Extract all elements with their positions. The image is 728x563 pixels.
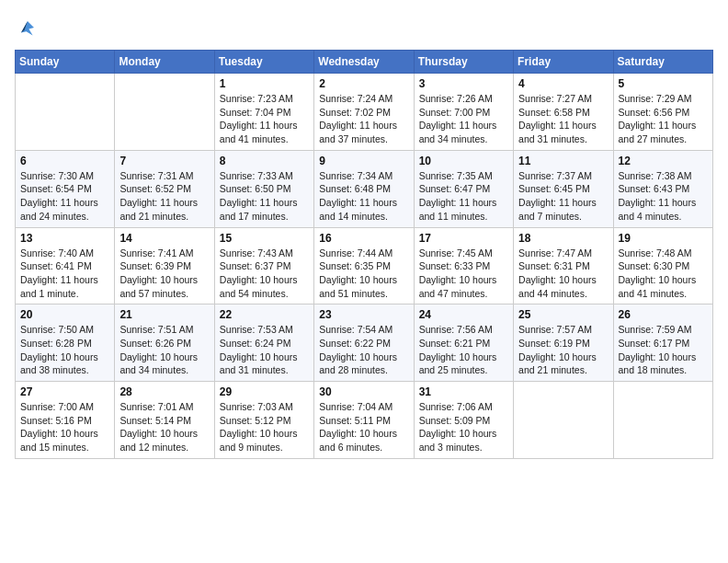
day-info: Sunrise: 7:01 AM Sunset: 5:14 PM Dayligh… [119, 400, 209, 454]
logo [15, 15, 44, 40]
calendar-week-4: 20Sunrise: 7:50 AM Sunset: 6:28 PM Dayli… [16, 304, 713, 382]
day-number: 7 [119, 155, 209, 167]
day-info: Sunrise: 7:33 AM Sunset: 6:50 PM Dayligh… [220, 169, 309, 224]
day-info: Sunrise: 7:54 AM Sunset: 6:22 PM Dayligh… [319, 323, 408, 377]
day-number: 9 [319, 155, 408, 167]
day-info: Sunrise: 7:50 AM Sunset: 6:28 PM Dayligh… [20, 323, 109, 377]
weekday-header-friday: Friday [514, 51, 613, 74]
day-info: Sunrise: 7:38 AM Sunset: 6:43 PM Dayligh… [619, 169, 708, 224]
calendar-cell: 13Sunrise: 7:40 AM Sunset: 6:41 PM Dayli… [16, 227, 115, 304]
calendar-cell: 22Sunrise: 7:53 AM Sunset: 6:24 PM Dayli… [214, 304, 313, 382]
day-info: Sunrise: 7:04 AM Sunset: 5:11 PM Dayligh… [319, 400, 408, 454]
day-number: 30 [319, 385, 408, 398]
day-info: Sunrise: 7:57 AM Sunset: 6:19 PM Dayligh… [518, 323, 608, 377]
calendar-cell: 20Sunrise: 7:50 AM Sunset: 6:28 PM Dayli… [16, 304, 115, 382]
svg-marker-0 [21, 21, 34, 35]
logo-icon [15, 15, 40, 40]
day-number: 15 [220, 232, 309, 245]
day-number: 4 [518, 77, 608, 90]
calendar-cell: 9Sunrise: 7:34 AM Sunset: 6:48 PM Daylig… [314, 150, 414, 227]
day-info: Sunrise: 7:48 AM Sunset: 6:30 PM Dayligh… [619, 247, 708, 301]
day-info: Sunrise: 7:51 AM Sunset: 6:26 PM Dayligh… [119, 323, 209, 377]
day-number: 31 [419, 385, 508, 398]
calendar-week-1: 1Sunrise: 7:23 AM Sunset: 7:04 PM Daylig… [16, 74, 713, 151]
day-info: Sunrise: 7:26 AM Sunset: 7:00 PM Dayligh… [419, 92, 508, 146]
day-number: 22 [220, 308, 309, 321]
weekday-header-tuesday: Tuesday [214, 51, 313, 74]
calendar-cell: 15Sunrise: 7:43 AM Sunset: 6:37 PM Dayli… [214, 227, 313, 304]
calendar-cell: 30Sunrise: 7:04 AM Sunset: 5:11 PM Dayli… [314, 382, 414, 459]
day-info: Sunrise: 7:27 AM Sunset: 6:58 PM Dayligh… [518, 92, 608, 146]
calendar-week-5: 27Sunrise: 7:00 AM Sunset: 5:16 PM Dayli… [16, 382, 713, 459]
calendar-cell [514, 382, 613, 459]
calendar-cell: 7Sunrise: 7:31 AM Sunset: 6:52 PM Daylig… [115, 150, 214, 227]
calendar-header: SundayMondayTuesdayWednesdayThursdayFrid… [16, 51, 713, 74]
calendar-table: SundayMondayTuesdayWednesdayThursdayFrid… [15, 50, 713, 459]
calendar-cell: 8Sunrise: 7:33 AM Sunset: 6:50 PM Daylig… [214, 150, 313, 227]
day-info: Sunrise: 7:03 AM Sunset: 5:12 PM Dayligh… [220, 400, 309, 454]
day-info: Sunrise: 7:47 AM Sunset: 6:31 PM Dayligh… [518, 247, 608, 301]
day-number: 6 [20, 155, 109, 167]
day-info: Sunrise: 7:45 AM Sunset: 6:33 PM Dayligh… [419, 247, 508, 301]
day-number: 8 [220, 155, 309, 167]
calendar-cell: 25Sunrise: 7:57 AM Sunset: 6:19 PM Dayli… [514, 304, 613, 382]
calendar-cell: 31Sunrise: 7:06 AM Sunset: 5:09 PM Dayli… [414, 382, 513, 459]
day-info: Sunrise: 7:40 AM Sunset: 6:41 PM Dayligh… [20, 247, 109, 301]
calendar-cell: 14Sunrise: 7:41 AM Sunset: 6:39 PM Dayli… [115, 227, 214, 304]
calendar-cell [16, 74, 115, 151]
calendar-week-2: 6Sunrise: 7:30 AM Sunset: 6:54 PM Daylig… [16, 150, 713, 227]
calendar-cell: 5Sunrise: 7:29 AM Sunset: 6:56 PM Daylig… [613, 74, 712, 151]
day-info: Sunrise: 7:56 AM Sunset: 6:21 PM Dayligh… [419, 323, 508, 377]
day-number: 14 [119, 232, 209, 245]
weekday-header-wednesday: Wednesday [314, 51, 414, 74]
calendar-cell [613, 382, 712, 459]
day-number: 2 [319, 77, 408, 90]
day-number: 26 [619, 308, 708, 321]
weekday-header-saturday: Saturday [613, 51, 712, 74]
calendar-cell: 26Sunrise: 7:59 AM Sunset: 6:17 PM Dayli… [613, 304, 712, 382]
day-info: Sunrise: 7:31 AM Sunset: 6:52 PM Dayligh… [119, 169, 209, 224]
calendar-cell: 18Sunrise: 7:47 AM Sunset: 6:31 PM Dayli… [514, 227, 613, 304]
day-number: 12 [619, 155, 708, 167]
calendar-cell [115, 74, 214, 151]
day-info: Sunrise: 7:24 AM Sunset: 7:02 PM Dayligh… [319, 92, 408, 146]
day-number: 5 [619, 77, 708, 90]
calendar-cell: 24Sunrise: 7:56 AM Sunset: 6:21 PM Dayli… [414, 304, 513, 382]
day-number: 21 [119, 308, 209, 321]
day-number: 20 [20, 308, 109, 321]
calendar-cell: 10Sunrise: 7:35 AM Sunset: 6:47 PM Dayli… [414, 150, 513, 227]
calendar-cell: 4Sunrise: 7:27 AM Sunset: 6:58 PM Daylig… [514, 74, 613, 151]
day-number: 13 [20, 232, 109, 245]
calendar-cell: 12Sunrise: 7:38 AM Sunset: 6:43 PM Dayli… [613, 150, 712, 227]
day-info: Sunrise: 7:41 AM Sunset: 6:39 PM Dayligh… [119, 247, 209, 301]
day-info: Sunrise: 7:59 AM Sunset: 6:17 PM Dayligh… [619, 323, 708, 377]
calendar-cell: 28Sunrise: 7:01 AM Sunset: 5:14 PM Dayli… [115, 382, 214, 459]
weekday-header-monday: Monday [115, 51, 214, 74]
calendar-cell: 1Sunrise: 7:23 AM Sunset: 7:04 PM Daylig… [214, 74, 313, 151]
calendar-cell: 23Sunrise: 7:54 AM Sunset: 6:22 PM Dayli… [314, 304, 414, 382]
calendar-cell: 29Sunrise: 7:03 AM Sunset: 5:12 PM Dayli… [214, 382, 313, 459]
day-number: 19 [619, 232, 708, 245]
day-number: 3 [419, 77, 508, 90]
calendar-cell: 11Sunrise: 7:37 AM Sunset: 6:45 PM Dayli… [514, 150, 613, 227]
day-number: 16 [319, 232, 408, 245]
day-info: Sunrise: 7:29 AM Sunset: 6:56 PM Dayligh… [619, 92, 708, 146]
day-number: 11 [518, 155, 608, 167]
calendar-cell: 17Sunrise: 7:45 AM Sunset: 6:33 PM Dayli… [414, 227, 513, 304]
calendar-cell: 27Sunrise: 7:00 AM Sunset: 5:16 PM Dayli… [16, 382, 115, 459]
day-number: 1 [220, 77, 309, 90]
day-number: 23 [319, 308, 408, 321]
day-number: 17 [419, 232, 508, 245]
day-info: Sunrise: 7:34 AM Sunset: 6:48 PM Dayligh… [319, 169, 408, 224]
day-info: Sunrise: 7:43 AM Sunset: 6:37 PM Dayligh… [220, 247, 309, 301]
calendar-cell: 19Sunrise: 7:48 AM Sunset: 6:30 PM Dayli… [613, 227, 712, 304]
day-info: Sunrise: 7:44 AM Sunset: 6:35 PM Dayligh… [319, 247, 408, 301]
day-number: 24 [419, 308, 508, 321]
weekday-header-sunday: Sunday [16, 51, 115, 74]
calendar-cell: 16Sunrise: 7:44 AM Sunset: 6:35 PM Dayli… [314, 227, 414, 304]
calendar-cell: 6Sunrise: 7:30 AM Sunset: 6:54 PM Daylig… [16, 150, 115, 227]
day-number: 25 [518, 308, 608, 321]
day-info: Sunrise: 7:00 AM Sunset: 5:16 PM Dayligh… [20, 400, 109, 454]
page-header [15, 15, 713, 40]
day-number: 28 [119, 385, 209, 398]
